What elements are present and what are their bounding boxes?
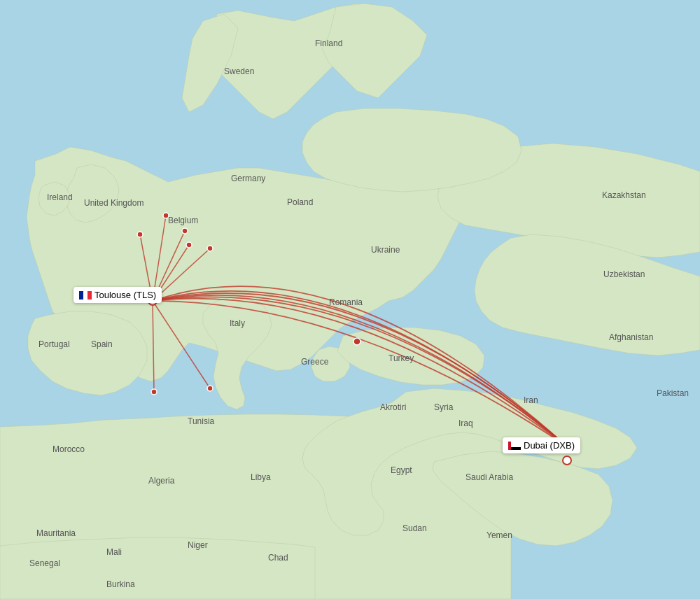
svg-point-7 — [151, 389, 157, 395]
svg-rect-14 — [511, 447, 521, 450]
svg-rect-12 — [511, 442, 521, 444]
svg-rect-13 — [511, 444, 521, 447]
svg-point-6 — [207, 246, 213, 251]
svg-rect-15 — [508, 442, 511, 450]
svg-point-4 — [182, 228, 188, 234]
svg-point-1 — [354, 338, 360, 345]
svg-point-2 — [137, 232, 143, 237]
toulouse-flag — [79, 291, 92, 300]
map-container: Ireland United Kingdom Sweden Finland Po… — [0, 0, 700, 599]
svg-point-10 — [563, 456, 571, 465]
dubai-label-text: Dubai (DXB) — [524, 440, 575, 451]
dubai-label: Dubai (DXB) — [503, 437, 580, 453]
toulouse-label-text: Toulouse (TLS) — [94, 290, 156, 300]
svg-point-8 — [207, 386, 213, 391]
toulouse-label: Toulouse (TLS) — [74, 287, 162, 303]
svg-point-5 — [186, 242, 192, 248]
svg-point-3 — [163, 213, 169, 218]
dubai-flag — [508, 442, 521, 450]
